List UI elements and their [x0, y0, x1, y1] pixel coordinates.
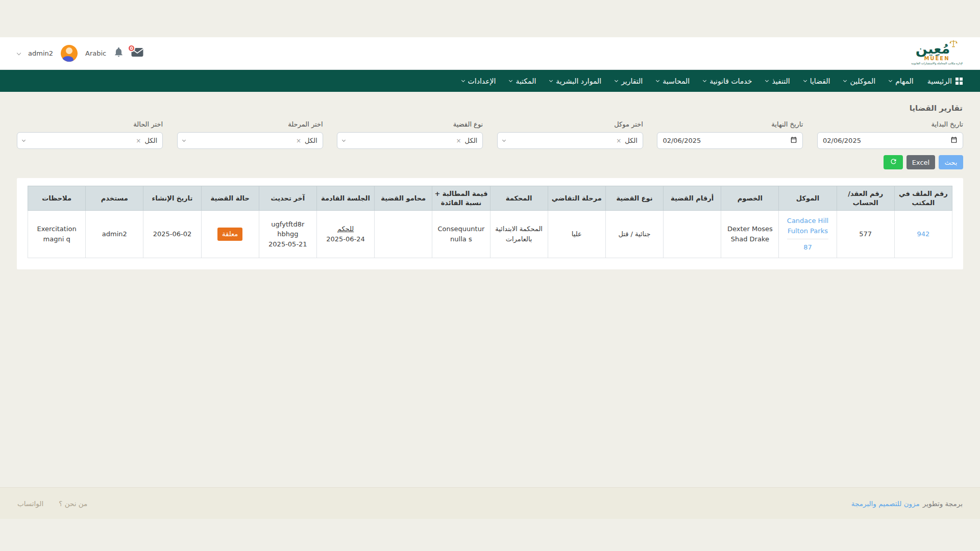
credit-prefix: برمجة وتطوير — [923, 499, 963, 508]
start-date-input[interactable]: 02/06/2025 — [817, 132, 963, 149]
client-id-link[interactable]: 87 — [803, 243, 812, 251]
clear-icon[interactable]: × — [296, 137, 301, 144]
table-header: رقم الملف في المكتب رقم العقد/الحساب الم… — [28, 186, 952, 211]
chevron-down-icon — [342, 138, 346, 142]
chevron-down-icon — [703, 79, 706, 82]
results-panel: رقم الملف في المكتب رقم العقد/الحساب الم… — [17, 178, 963, 269]
nav-item-label: التقارير — [621, 77, 643, 85]
nav-item-reports[interactable]: التقارير — [615, 77, 643, 85]
nav-item-execution[interactable]: التنفيذ — [766, 77, 790, 85]
cell-created-date: 2025-06-02 — [143, 211, 201, 258]
chevron-down-icon — [765, 79, 769, 82]
col-notes: ملاحظات — [28, 186, 86, 211]
end-date-filter: تاريخ النهاية 02/06/2025 — [657, 120, 803, 149]
cell-notes: Exercitation magni q — [28, 211, 86, 258]
col-file-number: رقم الملف في المكتب — [894, 186, 952, 211]
end-date-input[interactable]: 02/06/2025 — [657, 132, 803, 149]
messages-button[interactable]: 0 — [131, 47, 143, 59]
chevron-down-icon — [889, 79, 892, 82]
filters-row: تاريخ البداية 02/06/2025 تاريخ النهاية 0… — [17, 120, 963, 149]
col-claim-value: قيمة المطالبة + نسبة الفائدة — [432, 186, 490, 211]
stage-select[interactable]: الكل × — [177, 132, 323, 149]
nav-item-label: الموكلين — [850, 77, 875, 85]
avatar[interactable] — [61, 45, 78, 62]
col-opponents: الخصوم — [721, 186, 779, 211]
filter-label: تاريخ النهاية — [657, 120, 803, 128]
developer-link[interactable]: مزون للتصميم والبرمجة — [851, 499, 920, 508]
whatsapp-link[interactable]: الواتساب — [17, 499, 43, 508]
client-select[interactable]: الكل × — [497, 132, 643, 149]
refresh-button[interactable] — [884, 155, 903, 169]
chevron-down-icon — [549, 79, 553, 82]
selected-option: الكل × — [296, 137, 317, 144]
nav-item-cases[interactable]: القضايا — [804, 77, 830, 85]
chevron-down-icon — [17, 51, 21, 55]
nav-item-library[interactable]: المكتبة — [509, 77, 536, 85]
excel-export-button[interactable]: Excel — [906, 155, 935, 169]
app: { "brand": { "name_ar": "مُعِين", "name_… — [0, 0, 980, 551]
top-header: مُعِين MUEEN لإدارة مكاتب المحاماة والاس… — [0, 37, 980, 70]
nav-item-clients[interactable]: الموكلين — [844, 77, 875, 85]
selected-option-label: الكل — [465, 137, 478, 144]
calendar-icon[interactable] — [950, 136, 958, 145]
status-filter: اختر الحالة الكل × — [17, 120, 163, 149]
last-update-date: 2025-05-21 — [261, 239, 314, 249]
username-label[interactable]: admin2 — [28, 49, 53, 57]
date-value: 02/06/2025 — [663, 137, 701, 144]
status-select[interactable]: الكل × — [17, 132, 163, 149]
grid-icon — [955, 78, 963, 85]
notifications-button[interactable] — [114, 47, 124, 60]
col-client: الموكل — [779, 186, 837, 211]
cell-court: المحكمة الابتدائية بالعامرات — [490, 211, 548, 258]
clear-icon[interactable]: × — [616, 137, 621, 144]
selected-option-label: الكل — [144, 137, 157, 144]
case-type-filter: نوع القضية الكل × — [337, 120, 483, 149]
clear-icon[interactable]: × — [456, 137, 461, 144]
table-header-row: رقم الملف في المكتب رقم العقد/الحساب الم… — [28, 186, 952, 211]
file-number-link[interactable]: 942 — [917, 230, 929, 238]
cell-contract-number: 577 — [837, 211, 894, 258]
nav-item-label: خدمات قانونية — [709, 77, 752, 85]
col-created-date: تاريخ الإنشاء — [143, 186, 201, 211]
calendar-icon[interactable] — [790, 136, 797, 145]
cell-opponents: Dexter Moses Shad Drake — [721, 211, 779, 258]
cell-client: Candace Hill Fulton Parks 87 — [779, 211, 837, 258]
chevron-down-icon — [502, 138, 506, 142]
chevron-down-icon — [22, 138, 26, 142]
table-body: 942 577 Candace Hill Fulton Parks 87 Dex… — [28, 211, 952, 258]
nav-item-label: المحاسبة — [663, 77, 690, 85]
filter-label: تاريخ البداية — [817, 120, 963, 128]
cell-claim-value: Consequuntur nulla s — [432, 211, 490, 258]
cell-lawyers — [375, 211, 432, 258]
brand-logo[interactable]: مُعِين MUEEN لإدارة مكاتب المحاماة والاس… — [911, 42, 963, 65]
nav-item-tasks[interactable]: المهام — [889, 77, 914, 85]
chevron-down-icon — [182, 138, 186, 142]
nav-item-settings[interactable]: الإعدادات — [462, 77, 496, 85]
next-session-status[interactable]: للحكم — [319, 224, 372, 234]
nav-item-legal-services[interactable]: خدمات قانونية — [703, 77, 752, 85]
nav-item-label: التنفيذ — [772, 77, 790, 85]
about-us-link[interactable]: من نحن ؟ — [59, 499, 87, 508]
cell-case-numbers — [664, 211, 721, 258]
client-filter: اختر موكل الكل × — [497, 120, 643, 149]
nav-item-hr[interactable]: الموارد البشرية — [550, 77, 601, 85]
nav-item-label: الإعدادات — [468, 77, 496, 85]
nav-item-accounting[interactable]: المحاسبة — [656, 77, 690, 85]
main-navigation: الرئيسية المهام الموكلين القضايا التنفيذ… — [0, 70, 980, 92]
nav-item-label: الرئيسية — [927, 77, 952, 85]
case-type-select[interactable]: الكل × — [337, 132, 483, 149]
status-badge: معلقة — [217, 228, 242, 241]
language-selector[interactable]: Arabic — [85, 49, 106, 57]
selected-option: الكل × — [456, 137, 478, 144]
filter-label: نوع القضية — [337, 120, 483, 128]
clear-icon[interactable]: × — [136, 137, 141, 144]
chevron-down-icon — [843, 79, 847, 82]
col-case-numbers: أرقام القضية — [664, 186, 721, 211]
search-button[interactable]: بحث — [939, 155, 963, 169]
nav-item-home[interactable]: الرئيسية — [927, 77, 963, 85]
brand-name-latin: MUEEN — [924, 56, 949, 61]
client-link[interactable]: Candace Hill Fulton Parks — [787, 217, 828, 235]
nav-item-label: المكتبة — [516, 77, 536, 85]
col-next-session: الجلسة القادمة — [316, 186, 374, 211]
cell-next-session: للحكم 2025-06-24 — [316, 211, 374, 258]
